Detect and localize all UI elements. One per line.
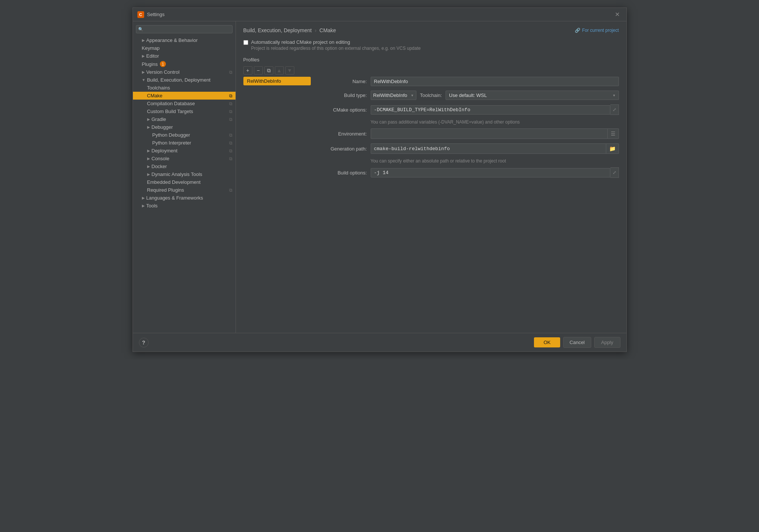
sidebar-item-compilation-database[interactable]: Compilation Database ⧉ [133, 100, 236, 107]
sidebar-item-appearance[interactable]: ▶ Appearance & Behavior [133, 36, 236, 44]
sidebar-item-tools[interactable]: ▶ Tools [133, 202, 236, 210]
sidebar-item-label: Plugins [142, 61, 158, 67]
move-down-button[interactable]: ▼ [285, 66, 294, 75]
build-type-label: Build type: [318, 92, 367, 98]
build-options-expand-button[interactable]: ⤢ [610, 167, 619, 178]
expand-icon: ▼ [142, 78, 146, 82]
expand-icon: ▶ [147, 156, 150, 161]
expand-icon: ▶ [142, 204, 145, 208]
build-type-row: Build type: RelWithDebInfo Toolchain: Us… [318, 91, 619, 100]
sidebar-item-label: Build, Execution, Deployment [147, 77, 210, 83]
cmake-options-input[interactable] [371, 105, 610, 115]
copy-icon: ⧉ [229, 117, 233, 122]
help-button[interactable]: ? [139, 338, 149, 347]
sidebar-item-keymap[interactable]: Keymap [133, 44, 236, 52]
profiles-list: RelWithDebInfo [243, 77, 311, 182]
toolchain-select-wrapper: Use default: WSL [446, 91, 619, 100]
profile-item-relwithdebinfo[interactable]: RelWithDebInfo [243, 77, 311, 85]
build-options-input[interactable] [371, 168, 610, 177]
plugins-badge: 1 [160, 61, 166, 67]
close-button[interactable]: ✕ [613, 10, 622, 19]
sidebar-item-label: Dynamic Analysis Tools [152, 171, 203, 177]
copy-profile-button[interactable]: ⧉ [264, 66, 273, 75]
sidebar-item-deployment[interactable]: ▶ Deployment ⧉ [133, 147, 236, 155]
copy-icon: ⧉ [229, 148, 233, 153]
sidebar-item-docker[interactable]: ▶ Docker [133, 162, 236, 170]
cmake-options-row: CMake options: ⤢ [318, 104, 619, 115]
expand-icon: ▶ [142, 70, 145, 74]
dialog-footer: ? OK Cancel Apply [133, 333, 626, 352]
environment-label: Environment: [318, 131, 367, 137]
copy-icon: ⧉ [229, 109, 233, 114]
title-bar: C Settings ✕ [133, 8, 626, 21]
sidebar-item-python-interpreter[interactable]: Python Interpreter ⧉ [133, 139, 236, 147]
auto-reload-label: Automatically reload CMake project on ed… [251, 39, 421, 45]
auto-reload-checkbox[interactable] [243, 40, 248, 45]
sidebar-item-python-debugger[interactable]: Python Debugger ⧉ [133, 131, 236, 139]
sidebar-item-label: Appearance & Behavior [146, 37, 198, 43]
sidebar-item-custom-build-targets[interactable]: Custom Build Targets ⧉ [133, 107, 236, 115]
copy-icon: ⧉ [229, 70, 233, 75]
copy-icon: ⧉ [229, 101, 233, 106]
sidebar-item-version-control[interactable]: ▶ Version Control ⧉ [133, 68, 236, 76]
expand-icon: ▶ [147, 149, 150, 153]
sidebar-item-console[interactable]: ▶ Console ⧉ [133, 155, 236, 162]
for-current-project-link[interactable]: 🔗 For current project [575, 28, 619, 33]
sidebar-item-editor[interactable]: ▶ Editor [133, 52, 236, 60]
sidebar-item-label: Version Control [146, 69, 180, 75]
add-profile-button[interactable]: + [243, 66, 252, 75]
remove-profile-button[interactable]: − [254, 66, 263, 75]
generation-path-input[interactable] [371, 143, 606, 154]
expand-icon: ▶ [142, 54, 145, 58]
auto-reload-labels: Automatically reload CMake project on ed… [251, 39, 421, 51]
search-input[interactable] [136, 25, 233, 33]
dialog-content: 🔍 ▶ Appearance & Behavior Keymap ▶ Edito… [133, 21, 626, 333]
auto-reload-row: Automatically reload CMake project on ed… [243, 39, 619, 51]
sidebar-item-build-execution[interactable]: ▼ Build, Execution, Deployment [133, 76, 236, 84]
sidebar-item-label: Debugger [152, 124, 173, 130]
cmake-options-expand-button[interactable]: ⤢ [610, 104, 619, 115]
sidebar-item-required-plugins[interactable]: Required Plugins ⧉ [133, 186, 236, 194]
profiles-area: RelWithDebInfo Name: Build type: [243, 77, 619, 182]
sidebar-item-label: Docker [152, 164, 167, 169]
copy-icon: ⧉ [229, 188, 233, 193]
generation-path-browse-button[interactable]: 📁 [606, 143, 619, 154]
sidebar-item-label: Console [152, 156, 170, 161]
build-options-label: Build options: [318, 170, 367, 176]
sidebar-item-gradle[interactable]: ▶ Gradle ⧉ [133, 115, 236, 123]
cmake-options-hint: You can pass additional variables (-DVAR… [371, 119, 619, 125]
cancel-button[interactable]: Cancel [563, 337, 591, 348]
sidebar-item-cmake[interactable]: CMake ⧉ [133, 92, 236, 100]
title-bar-left: C Settings [137, 11, 165, 18]
environment-input[interactable] [371, 128, 608, 139]
sidebar-item-toolchains[interactable]: Toolchains [133, 84, 236, 92]
sidebar-item-languages-frameworks[interactable]: ▶ Languages & Frameworks [133, 194, 236, 202]
main-content: Build, Execution, Deployment › CMake 🔗 F… [236, 21, 626, 333]
name-input[interactable] [371, 77, 619, 86]
expand-icon: ▶ [147, 164, 150, 168]
cmake-options-label: CMake options: [318, 107, 367, 113]
apply-button[interactable]: Apply [594, 337, 620, 348]
build-options-input-wrapper: ⤢ [371, 167, 619, 178]
move-up-button[interactable]: ▲ [275, 66, 284, 75]
generation-path-input-wrapper: 📁 [371, 143, 619, 154]
sidebar-item-debugger[interactable]: ▶ Debugger [133, 123, 236, 131]
sidebar: 🔍 ▶ Appearance & Behavior Keymap ▶ Edito… [133, 21, 236, 333]
toolchain-label: Toolchain: [420, 92, 442, 98]
sidebar-item-dynamic-analysis[interactable]: ▶ Dynamic Analysis Tools [133, 170, 236, 178]
environment-edit-button[interactable]: ☰ [608, 128, 619, 139]
ok-button[interactable]: OK [534, 337, 560, 347]
copy-icon: ⧉ [229, 140, 233, 146]
environment-row: Environment: ☰ [318, 128, 619, 139]
sidebar-item-plugins[interactable]: Plugins 1 [133, 60, 236, 68]
toolchain-select[interactable]: Use default: WSL [446, 91, 619, 100]
breadcrumb-parent: Build, Execution, Deployment [243, 27, 312, 33]
sidebar-item-label: Deployment [152, 148, 177, 153]
sidebar-item-label: Compilation Database [147, 101, 195, 106]
generation-path-hint: You can specify either an absolute path … [371, 158, 619, 164]
sidebar-item-embedded-dev[interactable]: Embedded Development [133, 178, 236, 186]
sidebar-item-label: Tools [146, 203, 158, 209]
search-box[interactable]: 🔍 [136, 25, 233, 33]
name-label: Name: [318, 79, 367, 84]
build-type-select[interactable]: RelWithDebInfo [371, 91, 416, 100]
